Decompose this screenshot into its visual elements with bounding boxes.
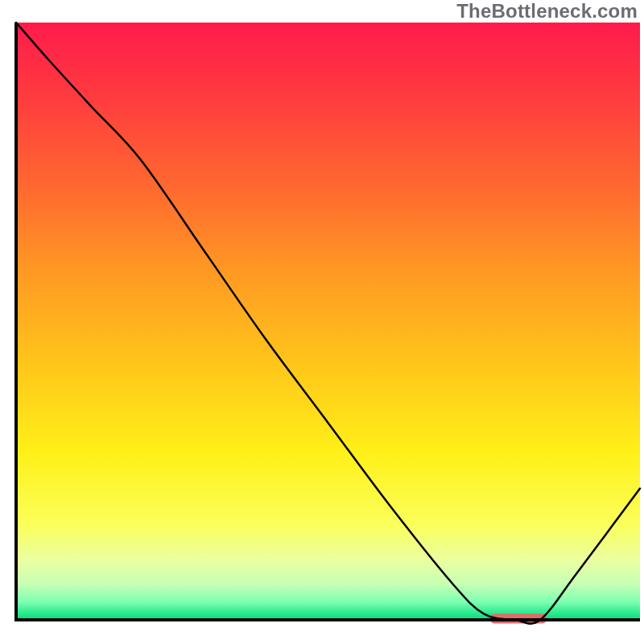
bottleneck-chart xyxy=(0,0,644,644)
chart-root: TheBottleneck.com xyxy=(0,0,644,644)
gradient-plot-area xyxy=(16,23,640,620)
